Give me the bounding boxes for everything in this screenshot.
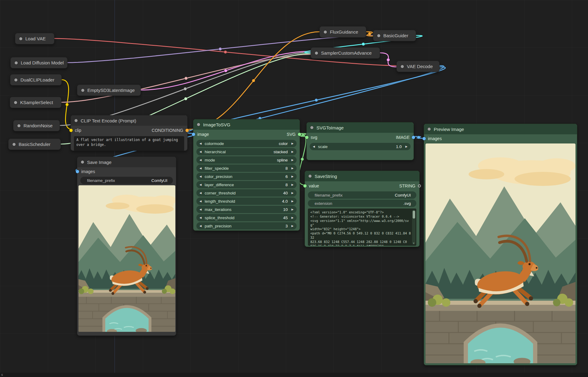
node-savestring[interactable]: SaveString value STRING filename_prefix … — [305, 171, 420, 247]
wire-midpoint-dot-model[interactable] — [219, 48, 222, 51]
node-header[interactable]: Preview Image — [424, 124, 577, 134]
extension-widget[interactable]: extension .svg — [308, 200, 416, 207]
collapse-dot-icon[interactable] — [17, 124, 20, 127]
scrollbar[interactable] — [412, 210, 415, 245]
wire-midpoint-dot-sigmas[interactable] — [184, 97, 187, 100]
decrement-arrow-icon[interactable] — [199, 165, 202, 172]
filter-speckle-widget[interactable]: filter_speckle 8 — [196, 165, 297, 172]
decrement-arrow-icon[interactable] — [199, 189, 202, 197]
wire-midpoint-dot-latent[interactable] — [224, 69, 227, 72]
hierarchical-widget[interactable]: hierarchical stacked — [196, 148, 297, 155]
increment-arrow-icon[interactable] — [291, 140, 294, 147]
conditioning-output-socket[interactable] — [185, 129, 189, 132]
collapse-dot-icon[interactable] — [197, 123, 200, 126]
decrement-arrow-icon[interactable] — [199, 181, 202, 188]
wire-midpoint-dot-conditioning-2[interactable] — [368, 32, 371, 35]
collapse-dot-icon[interactable] — [309, 175, 312, 178]
node-clip-text-encode[interactable]: CLIP Text Encode (Prompt) clip CONDITION… — [71, 115, 188, 151]
wire-midpoint-dot-sampler[interactable] — [184, 77, 188, 80]
decrement-arrow-icon[interactable] — [312, 143, 316, 150]
svg-xml-textarea[interactable]: <?xml version="1.0" encoding="UTF-8"?> <… — [308, 208, 416, 246]
increment-arrow-icon[interactable] — [291, 222, 294, 230]
wire-midpoint-dot-image-tosvg[interactable] — [315, 99, 318, 102]
decrement-arrow-icon[interactable] — [199, 173, 202, 180]
wire-midpoint-dot-svg-toimage[interactable] — [302, 133, 305, 136]
splice-threshold-widget[interactable]: splice_threshold 45 — [196, 214, 297, 221]
clip-input-socket[interactable] — [69, 129, 73, 132]
path-precision-widget[interactable]: path_precision 3 — [196, 222, 297, 230]
collapse-dot-icon[interactable] — [401, 65, 404, 68]
scrollbar-thumb[interactable] — [413, 211, 415, 219]
images-input-socket[interactable] — [422, 137, 426, 140]
filename-prefix-widget[interactable]: filename_prefix ComfyUI — [308, 191, 416, 199]
node-load-vae[interactable]: Load VAE — [15, 33, 54, 44]
images-input-socket[interactable] — [76, 170, 79, 173]
collapse-dot-icon[interactable] — [13, 143, 16, 146]
wire-midpoint-dot-conditioning[interactable] — [252, 79, 255, 82]
node-emptysd3latentimage[interactable]: EmptySD3LatentImage — [77, 85, 141, 96]
node-load-diffusion-model[interactable]: Load Diffusion Model — [10, 57, 68, 68]
increment-arrow-icon[interactable] — [291, 206, 294, 213]
decrement-arrow-icon[interactable] — [199, 140, 202, 147]
decrement-arrow-icon[interactable] — [199, 206, 202, 213]
decrement-arrow-icon[interactable] — [199, 156, 202, 164]
decrement-arrow-icon[interactable] — [199, 214, 202, 221]
svg-input-socket[interactable] — [305, 136, 309, 139]
layer-difference-widget[interactable]: layer_difference 8 — [196, 181, 297, 188]
node-dualcliploader[interactable]: DualCLIPLoader — [10, 74, 62, 85]
node-header[interactable]: Save Image — [77, 157, 176, 167]
collapse-dot-icon[interactable] — [14, 78, 17, 82]
decrement-arrow-icon[interactable] — [199, 148, 202, 155]
prompt-textarea[interactable]: A flat vector art illustration of a goat… — [74, 136, 184, 151]
wire-midpoint-dot-svg-tostring[interactable] — [301, 158, 304, 161]
collapse-dot-icon[interactable] — [75, 119, 78, 122]
node-ksamplerselect[interactable]: KSamplerSelect — [10, 97, 61, 108]
string-output-socket[interactable] — [418, 184, 421, 187]
scale-widget[interactable]: scale 1.0 — [310, 143, 411, 150]
colormode-widget[interactable]: colormode color — [196, 140, 297, 147]
node-preview-image[interactable]: Preview Image images — [424, 124, 577, 365]
max-iterations-widget[interactable]: max_iterations 10 — [196, 206, 297, 213]
increment-arrow-icon[interactable] — [291, 173, 294, 180]
wire-midpoint-dot-noise[interactable] — [184, 87, 187, 90]
node-imagetosvg[interactable]: ImageToSVG image SVG colormode color hie… — [193, 119, 300, 231]
node-vae-decode[interactable]: VAE Decode — [396, 61, 440, 72]
collapse-dot-icon[interactable] — [15, 61, 18, 64]
collapse-dot-icon[interactable] — [310, 126, 313, 129]
wire-midpoint-dot-guider[interactable] — [362, 43, 365, 46]
node-fluxguidance[interactable]: FluxGuidance — [320, 26, 366, 38]
increment-arrow-icon[interactable] — [291, 189, 294, 197]
node-randomnoise[interactable]: RandomNoise — [13, 120, 60, 131]
increment-arrow-icon[interactable] — [291, 214, 294, 221]
collapse-dot-icon[interactable] — [324, 31, 327, 34]
collapse-dot-icon[interactable] — [315, 52, 318, 55]
svg-output-socket[interactable] — [298, 133, 301, 136]
color-precision-widget[interactable]: color_precision 6 — [196, 173, 297, 180]
corner-threshold-widget[interactable]: corner_threshold 40 — [196, 189, 297, 197]
node-basicscheduler[interactable]: BasicScheduler — [8, 139, 61, 150]
collapse-dot-icon[interactable] — [14, 101, 17, 104]
collapse-dot-icon[interactable] — [81, 161, 84, 164]
collapse-dot-icon[interactable] — [19, 37, 22, 40]
scroll-down-icon[interactable] — [412, 242, 415, 245]
increment-arrow-icon[interactable] — [291, 156, 294, 164]
node-samplercustomadvance[interactable]: SamplerCustomAdvance — [311, 47, 380, 59]
wire-midpoint-dot-image-preview[interactable] — [417, 136, 420, 139]
increment-arrow-icon[interactable] — [291, 165, 294, 172]
node-basicguider[interactable]: BasicGuider — [373, 30, 416, 41]
collapse-dot-icon[interactable] — [377, 34, 380, 37]
node-header[interactable]: SaveString — [305, 171, 419, 181]
increment-arrow-icon[interactable] — [291, 148, 294, 155]
image-input-socket[interactable] — [192, 133, 195, 136]
wire-midpoint-dot-latent-2[interactable] — [387, 58, 390, 61]
collapse-dot-icon[interactable] — [81, 89, 84, 92]
value-input-socket[interactable] — [303, 184, 307, 188]
wire-midpoint-dot-vae[interactable] — [224, 51, 227, 54]
decrement-arrow-icon[interactable] — [199, 198, 202, 205]
length-threshold-widget[interactable]: length_threshold 4.0 — [196, 198, 297, 205]
node-header[interactable]: CLIP Text Encode (Prompt) — [71, 115, 187, 126]
mode-widget[interactable]: mode spline — [196, 156, 297, 164]
increment-arrow-icon[interactable] — [291, 181, 294, 188]
node-header[interactable]: ImageToSVG — [193, 119, 300, 130]
image-output-socket[interactable] — [412, 136, 415, 139]
